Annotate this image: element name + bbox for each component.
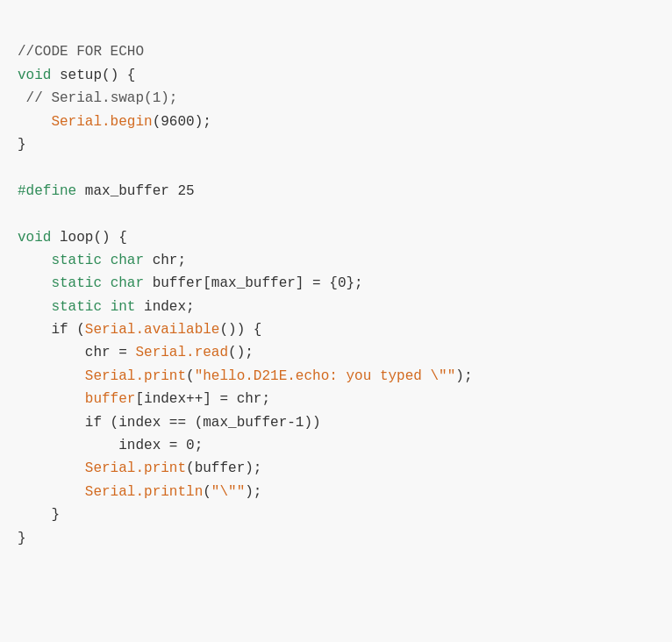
code-editor: //CODE FOR ECHO void setup() { // Serial… <box>18 18 654 550</box>
preprocessor-define: #define <box>18 183 76 199</box>
static-keyword-3: static <box>51 299 102 315</box>
char-type-1: char <box>111 253 144 268</box>
serial-println: Serial.println <box>85 484 203 500</box>
void-keyword: void <box>18 68 51 83</box>
static-keyword-2: static <box>51 275 102 291</box>
void-loop-keyword: void <box>18 230 51 246</box>
comment-swap <box>18 90 26 106</box>
serial-available: Serial.available <box>85 322 220 338</box>
loop-function: loop <box>60 230 93 246</box>
comment-line: //CODE FOR ECHO <box>18 44 144 60</box>
serial-read: Serial.read <box>135 345 228 360</box>
serial-print-hello: Serial.print <box>85 368 186 384</box>
char-type-2: char <box>111 275 144 291</box>
static-keyword-1: static <box>51 253 102 268</box>
buffer-assign: buffer <box>85 391 136 407</box>
int-type: int <box>111 299 136 315</box>
setup-function: setup <box>60 68 102 83</box>
if-keyword: if <box>51 322 68 338</box>
serial-print-buffer: Serial.print <box>85 460 186 476</box>
serial-begin: Serial.begin <box>51 114 152 130</box>
